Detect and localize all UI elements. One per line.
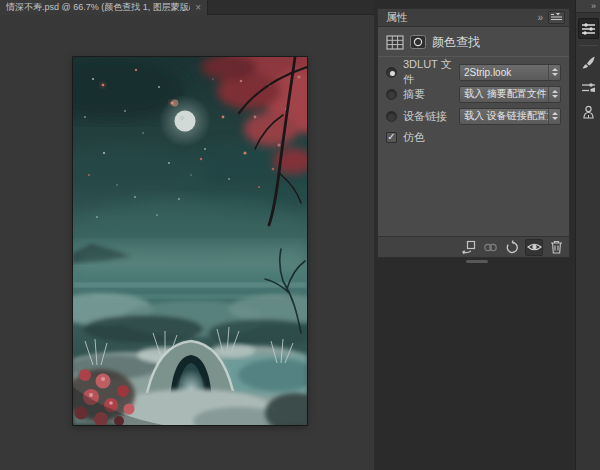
label-dither: 仿色 [403, 130, 425, 145]
dither-checkbox[interactable]: ✓ [386, 132, 397, 143]
dropdown-stepper-icon [548, 87, 560, 102]
dock-icon-clone-source[interactable] [578, 102, 599, 123]
layer-mask-icon[interactable] [410, 35, 426, 49]
document-tab-title: 情深不寿.psd @ 66.7% (颜色查找 1, 图层蒙版/8) * [6, 1, 190, 14]
dock-icon-brush-settings[interactable] [578, 77, 599, 98]
artwork-image [73, 57, 307, 425]
link-icon[interactable] [481, 239, 499, 256]
dock-divider [579, 45, 598, 46]
dock-icon-brush[interactable] [578, 52, 599, 73]
dropdown-stepper-icon [548, 109, 560, 124]
dropdown-abstract[interactable]: 载入 摘要配置文件 ... [459, 86, 561, 103]
properties-panel-title: 属性 [386, 10, 408, 25]
collapse-panel-icon[interactable]: » [532, 12, 548, 23]
dropdown-device-link-value: 载入 设备链接配置文件 ... [460, 109, 548, 123]
trash-icon[interactable] [547, 239, 565, 256]
document-tab-bar: 情深不寿.psd @ 66.7% (颜色查找 1, 图层蒙版/8) * × [0, 0, 374, 15]
row-abstract: 摘要 载入 摘要配置文件 ... [386, 83, 561, 105]
adjustment-header: 颜色查找 [386, 32, 561, 52]
dropdown-abstract-value: 载入 摘要配置文件 ... [460, 87, 548, 101]
3dlut-grid-icon [386, 35, 404, 50]
row-3dlut: 3DLUT 文件 2Strip.look [386, 61, 561, 83]
document-canvas[interactable] [73, 57, 307, 425]
properties-panel: 属性 » 颜色查找 3DLUT 文件 [377, 8, 570, 258]
properties-panel-footer [378, 236, 569, 257]
dropdown-stepper-icon [548, 65, 560, 80]
label-abstract: 摘要 [403, 87, 459, 102]
photoshop-window: 情深不寿.psd @ 66.7% (颜色查找 1, 图层蒙版/8) * × [0, 0, 600, 470]
dock-collapse-header[interactable]: » [576, 0, 600, 13]
panel-resize-grip[interactable] [466, 260, 488, 263]
document-tab[interactable]: 情深不寿.psd @ 66.7% (颜色查找 1, 图层蒙版/8) * × [0, 0, 208, 15]
properties-panel-body: 颜色查找 3DLUT 文件 2Strip.look 摘要 载入 摘要配置文件 .… [378, 27, 569, 257]
dropdown-3dlut-file[interactable]: 2Strip.look [459, 64, 561, 81]
panel-menu-icon[interactable] [548, 11, 565, 24]
panel-dock: » [575, 0, 600, 470]
properties-panel-header: 属性 » [378, 9, 569, 27]
row-dither: ✓ 仿色 [386, 127, 561, 147]
clip-to-layer-icon[interactable] [459, 239, 477, 256]
radio-3dlut[interactable] [386, 67, 397, 78]
radio-abstract[interactable] [386, 89, 397, 100]
reset-icon[interactable] [503, 239, 521, 256]
label-device-link: 设备链接 [403, 109, 459, 124]
dock-icon-properties[interactable] [578, 18, 599, 39]
radio-device-link[interactable] [386, 111, 397, 122]
dock-collapse-icon: » [591, 1, 596, 11]
eye-icon[interactable] [525, 239, 543, 256]
dropdown-device-link[interactable]: 载入 设备链接配置文件 ... [459, 108, 561, 125]
dropdown-3dlut-value: 2Strip.look [460, 67, 548, 78]
adjustment-title: 颜色查找 [432, 34, 480, 51]
tab-close-icon[interactable]: × [195, 3, 201, 13]
row-device-link: 设备链接 载入 设备链接配置文件 ... [386, 105, 561, 127]
